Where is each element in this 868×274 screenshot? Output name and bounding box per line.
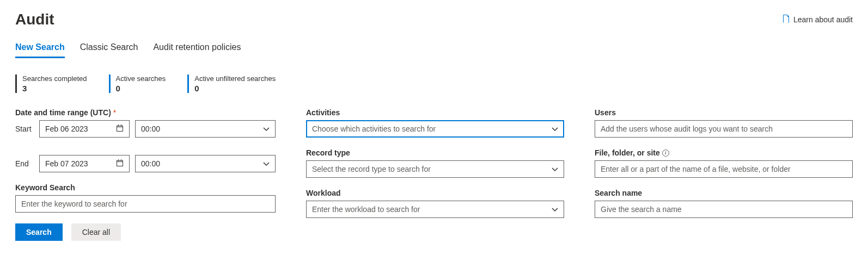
search-name-label: Search name — [595, 189, 853, 197]
stat-completed-label: Searches completed — [22, 74, 87, 83]
stat-unfiltered-value: 0 — [194, 84, 276, 93]
record-type-select[interactable]: Select the record type to search for — [306, 160, 564, 178]
end-date-picker[interactable]: Feb 07 2023 — [39, 155, 130, 172]
stat-active: Active searches 0 — [109, 74, 166, 93]
file-input[interactable]: Enter all or a part of the name of a fil… — [595, 160, 853, 178]
tab-retention-policies[interactable]: Audit retention policies — [153, 39, 241, 58]
stat-unfiltered-label: Active unfiltered searches — [194, 74, 276, 83]
tab-classic-search[interactable]: Classic Search — [80, 39, 138, 58]
stat-active-value: 0 — [116, 84, 166, 93]
start-time-value: 00:00 — [141, 124, 160, 133]
stat-unfiltered: Active unfiltered searches 0 — [187, 74, 276, 93]
chevron-down-icon — [552, 124, 558, 133]
end-time-value: 00:00 — [141, 159, 160, 168]
users-input[interactable]: Add the users whose audit logs you want … — [595, 120, 853, 138]
chevron-down-icon — [263, 159, 270, 168]
chevron-down-icon — [552, 165, 558, 173]
activities-label: Activities — [306, 108, 564, 117]
stat-completed-value: 3 — [22, 84, 87, 93]
users-label: Users — [595, 108, 853, 117]
learn-about-audit-link[interactable]: Learn about audit — [783, 15, 853, 25]
document-icon — [783, 15, 790, 25]
record-type-label: Record type — [306, 148, 564, 157]
stats-bar: Searches completed 3 Active searches 0 A… — [15, 74, 853, 93]
stat-active-label: Active searches — [116, 74, 166, 83]
start-time-picker[interactable]: 00:00 — [135, 120, 276, 138]
calendar-icon — [116, 159, 124, 169]
end-label: End — [15, 159, 34, 168]
search-name-input[interactable]: Give the search a name — [595, 201, 853, 218]
workload-select[interactable]: Enter the workload to search for — [306, 201, 564, 218]
activities-placeholder: Choose which activities to search for — [312, 124, 436, 133]
workload-placeholder: Enter the workload to search for — [312, 205, 420, 214]
tab-new-search[interactable]: New Search — [15, 39, 65, 58]
search-button[interactable]: Search — [15, 223, 63, 241]
stat-completed: Searches completed 3 — [15, 74, 87, 93]
start-date-value: Feb 06 2023 — [45, 124, 88, 133]
keyword-input[interactable]: Enter the keyword to search for — [15, 195, 276, 213]
learn-link-label: Learn about audit — [793, 15, 853, 24]
chevron-down-icon — [552, 205, 558, 214]
record-type-placeholder: Select the record type to search for — [312, 165, 431, 173]
start-date-picker[interactable]: Feb 06 2023 — [39, 120, 130, 138]
info-icon[interactable]: i — [662, 150, 669, 157]
calendar-icon — [116, 124, 124, 134]
keyword-label: Keyword Search — [15, 183, 276, 192]
file-label: File, folder, or site i — [595, 148, 853, 157]
date-range-label: Date and time range (UTC)* — [15, 108, 276, 117]
tabs: New Search Classic Search Audit retentio… — [15, 39, 853, 58]
end-date-value: Feb 07 2023 — [45, 159, 88, 168]
start-label: Start — [15, 124, 34, 133]
page-title: Audit — [15, 11, 54, 28]
workload-label: Workload — [306, 189, 564, 197]
chevron-down-icon — [263, 124, 270, 133]
activities-select[interactable]: Choose which activities to search for — [306, 120, 564, 138]
end-time-picker[interactable]: 00:00 — [135, 155, 276, 172]
clear-all-button[interactable]: Clear all — [71, 223, 121, 241]
